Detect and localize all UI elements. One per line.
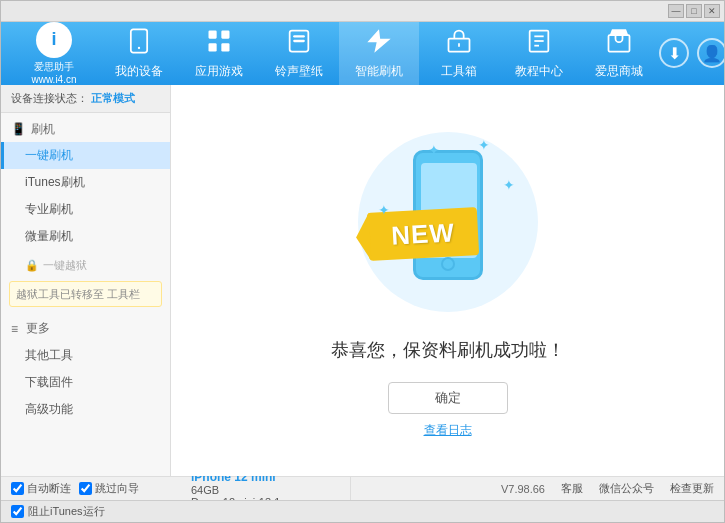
new-text: NEW [390, 217, 455, 251]
close-btn[interactable]: ✕ [704, 4, 720, 18]
maximize-btn[interactable]: □ [686, 4, 702, 18]
nav-label-apps: 应用游戏 [195, 63, 243, 80]
download-fw-label: 下载固件 [25, 375, 73, 389]
logo-icon: i [51, 29, 56, 50]
lock-icon: 🔒 [25, 259, 39, 272]
sidebar-section-more: ≡ 更多 其他工具 下载固件 高级功能 [1, 311, 170, 427]
logo-line2: www.i4.cn [31, 74, 76, 85]
star-1-icon: ✦ [428, 142, 440, 158]
back-link[interactable]: 查看日志 [424, 422, 472, 439]
jailbreak-label: 一键越狱 [43, 258, 87, 273]
nav-label-ringtones: 铃声壁纸 [275, 63, 323, 80]
nav-item-apps[interactable]: 应用游戏 [179, 22, 259, 85]
sidebar-item-pro-flash[interactable]: 专业刷机 [1, 196, 170, 223]
skip-wizard-input[interactable] [79, 482, 92, 495]
bottom-bar: 自动断连 跳过向导 iPhone 12 mini 64GB Down-12min… [1, 476, 724, 500]
user-btn[interactable]: 👤 [697, 38, 725, 68]
device-storage: 64GB [191, 484, 340, 496]
sidebar-item-itunes-flash[interactable]: iTunes刷机 [1, 169, 170, 196]
sidebar-disabled-jailbreak: 🔒 一键越狱 [1, 254, 170, 277]
svg-rect-15 [609, 35, 630, 51]
phone-small-icon: 📱 [11, 122, 26, 136]
star-3-icon: ✦ [503, 177, 515, 193]
nav-label-smart-flash: 智能刷机 [355, 63, 403, 80]
content: NEW ✦ ✦ ✦ ✦ 恭喜您，保资料刷机成功啦！ 确定 查看日志 [171, 85, 724, 476]
pro-flash-label: 专业刷机 [25, 202, 73, 216]
version-label: V7.98.66 [501, 483, 545, 495]
header: i 爱思助手 www.i4.cn 我的设备 应用游戏 [1, 22, 724, 85]
itunes-bar: 阻止iTunes运行 [1, 500, 724, 522]
svg-rect-5 [221, 43, 229, 51]
nav-item-apple-store[interactable]: 爱思商城 [579, 22, 659, 85]
sidebar-group-more: ≡ 更多 [1, 315, 170, 342]
phone-home-button [441, 257, 455, 271]
sidebar-group-flash[interactable]: 📱 刷机 [1, 117, 170, 142]
jailbreak-notice: 越狱工具已转移至 工具栏 [9, 281, 162, 308]
logo-circle: i [36, 22, 72, 58]
itunes-label: 阻止iTunes运行 [28, 504, 105, 519]
itunes-flash-label: iTunes刷机 [25, 175, 85, 189]
star-2-icon: ✦ [478, 137, 490, 153]
nav-item-my-device[interactable]: 我的设备 [99, 22, 179, 85]
confirm-button[interactable]: 确定 [388, 382, 508, 414]
apps-icon [205, 27, 233, 61]
skip-wizard-label: 跳过向导 [95, 481, 139, 496]
bottom-left: 自动断连 跳过向导 [11, 481, 181, 496]
auto-close-checkbox[interactable]: 自动断连 [11, 481, 71, 496]
bottom-area: 自动断连 跳过向导 iPhone 12 mini 64GB Down-12min… [1, 476, 724, 522]
sidebar-group-more-label: 更多 [26, 320, 50, 337]
auto-close-input[interactable] [11, 482, 24, 495]
store-icon [605, 27, 633, 61]
connection-bar: 设备连接状态： 正常模式 [1, 85, 170, 113]
jailbreak-notice-text: 越狱工具已转移至 工具栏 [16, 288, 140, 300]
skip-wizard-checkbox[interactable]: 跳过向导 [79, 481, 139, 496]
nav-items: 我的设备 应用游戏 铃声壁纸 智能刷机 [99, 22, 659, 85]
auto-close-label: 自动断连 [27, 481, 71, 496]
micro-flash-label: 微量刷机 [25, 229, 73, 243]
logo-line1: 爱思助手 [34, 60, 74, 74]
success-message: 恭喜您，保资料刷机成功啦！ [331, 338, 565, 362]
minimize-btn[interactable]: — [668, 4, 684, 18]
support-link[interactable]: 客服 [561, 481, 583, 496]
svg-rect-7 [293, 35, 305, 37]
app-window: — □ ✕ i 爱思助手 www.i4.cn 我的设备 应用 [0, 0, 725, 523]
svg-rect-8 [293, 40, 305, 42]
sidebar-item-advanced[interactable]: 高级功能 [1, 396, 170, 423]
nav-item-tutorials[interactable]: 教程中心 [499, 22, 579, 85]
more-icon: ≡ [11, 322, 18, 336]
one-click-flash-label: 一键刷机 [25, 148, 73, 162]
title-bar: — □ ✕ [1, 1, 724, 22]
success-illustration: NEW ✦ ✦ ✦ ✦ [348, 122, 548, 322]
logo-area: i 爱思助手 www.i4.cn [9, 22, 99, 85]
ringtone-icon [285, 27, 313, 61]
nav-label-store: 爱思商城 [595, 63, 643, 80]
tutorials-icon [525, 27, 553, 61]
sidebar-item-other-tools[interactable]: 其他工具 [1, 342, 170, 369]
sidebar-section-flash: 📱 刷机 一键刷机 iTunes刷机 专业刷机 微量刷机 [1, 113, 170, 254]
phone-icon [125, 27, 153, 61]
nav-item-toolbox[interactable]: 工具箱 [419, 22, 499, 85]
connection-label: 设备连接状态： [11, 92, 88, 104]
nav-item-ringtones[interactable]: 铃声壁纸 [259, 22, 339, 85]
wechat-link[interactable]: 微信公众号 [599, 481, 654, 496]
svg-rect-2 [209, 30, 217, 38]
download-btn[interactable]: ⬇ [659, 38, 689, 68]
nav-item-smart-flash[interactable]: 智能刷机 [339, 22, 419, 85]
nav-label-toolbox: 工具箱 [441, 63, 477, 80]
itunes-checkbox-label[interactable]: 阻止iTunes运行 [11, 504, 105, 519]
itunes-checkbox[interactable] [11, 505, 24, 518]
nav-label-my-device: 我的设备 [115, 63, 163, 80]
svg-rect-4 [209, 43, 217, 51]
sidebar: 设备连接状态： 正常模式 📱 刷机 一键刷机 iTunes刷机 专业刷机 [1, 85, 171, 476]
svg-rect-3 [221, 30, 229, 38]
sidebar-group-flash-label: 刷机 [31, 121, 55, 138]
nav-right: ⬇ 👤 [659, 38, 725, 68]
sidebar-item-download-fw[interactable]: 下载固件 [1, 369, 170, 396]
sidebar-item-one-click-flash[interactable]: 一键刷机 [1, 142, 170, 169]
check-update-link[interactable]: 检查更新 [670, 481, 714, 496]
main-area: 设备连接状态： 正常模式 📱 刷机 一键刷机 iTunes刷机 专业刷机 [1, 85, 724, 476]
star-4-icon: ✦ [378, 202, 390, 218]
sidebar-item-micro-flash[interactable]: 微量刷机 [1, 223, 170, 250]
bottom-right: V7.98.66 客服 微信公众号 检查更新 [501, 481, 714, 496]
nav-label-tutorials: 教程中心 [515, 63, 563, 80]
